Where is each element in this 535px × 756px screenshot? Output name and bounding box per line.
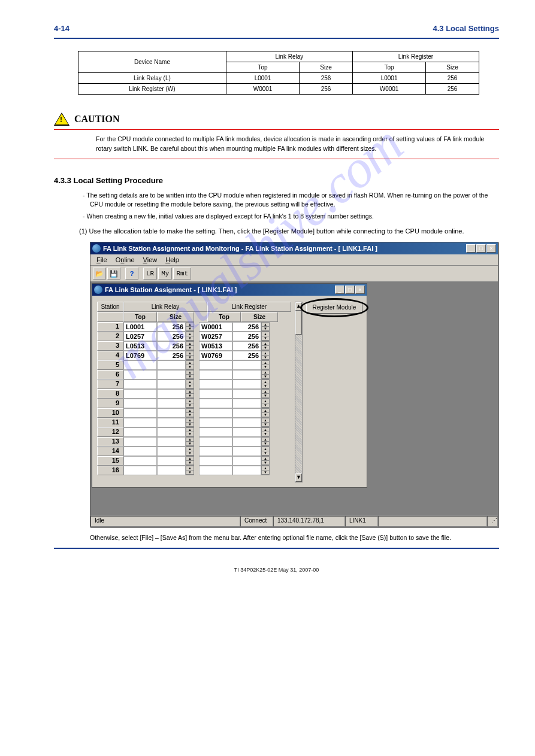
spin-control[interactable]: ▲▼ — [186, 427, 194, 437]
relay-top-input[interactable] — [123, 360, 157, 370]
register-size-input[interactable]: 256 — [232, 322, 261, 332]
relay-top-input[interactable]: L0513 — [123, 341, 157, 351]
register-top-input[interactable] — [199, 447, 232, 456]
register-size-input[interactable] — [232, 427, 261, 437]
relay-top-input[interactable] — [123, 379, 157, 389]
register-size-input[interactable] — [232, 447, 261, 456]
child-titlebar[interactable]: FA Link Station Assignment - [ LINK1.FAI… — [92, 284, 367, 296]
register-size-input[interactable] — [232, 456, 261, 466]
relay-top-input[interactable] — [123, 370, 157, 379]
relay-top-input[interactable] — [123, 427, 157, 437]
relay-top-input[interactable]: L0001 — [123, 322, 157, 332]
relay-size-input[interactable] — [157, 466, 186, 475]
register-size-input[interactable]: 256 — [232, 351, 261, 360]
relay-top-input[interactable] — [123, 399, 157, 408]
relay-size-input[interactable] — [157, 456, 186, 466]
register-top-input[interactable] — [199, 456, 232, 466]
relay-size-input[interactable] — [157, 399, 186, 408]
relay-size-input[interactable]: 256 — [157, 322, 186, 332]
register-size-input[interactable] — [232, 408, 261, 418]
spin-control[interactable]: ▲▼ — [261, 351, 270, 360]
register-size-input[interactable] — [232, 379, 261, 389]
relay-size-input[interactable] — [157, 427, 186, 437]
relay-top-input[interactable] — [123, 437, 157, 447]
spin-control[interactable]: ▲▼ — [261, 332, 270, 341]
register-top-input[interactable] — [199, 466, 232, 475]
spin-control[interactable]: ▲▼ — [186, 341, 194, 351]
menu-online[interactable]: Online — [112, 256, 138, 264]
spin-control[interactable]: ▲▼ — [186, 379, 194, 389]
spin-control[interactable]: ▲▼ — [261, 341, 270, 351]
spin-control[interactable]: ▲▼ — [261, 322, 270, 332]
menu-help[interactable]: Help — [162, 256, 183, 264]
spin-control[interactable]: ▲▼ — [261, 466, 270, 475]
spin-control[interactable]: ▲▼ — [186, 418, 194, 427]
register-top-input[interactable] — [199, 399, 232, 408]
spin-control[interactable]: ▲▼ — [261, 399, 270, 408]
register-size-input[interactable] — [232, 360, 261, 370]
spin-control[interactable]: ▲▼ — [186, 408, 194, 418]
register-top-input[interactable] — [199, 360, 232, 370]
register-size-input[interactable]: 256 — [232, 341, 261, 351]
register-size-input[interactable] — [232, 418, 261, 427]
minimize-button[interactable]: _ — [335, 286, 344, 294]
register-size-input[interactable] — [232, 399, 261, 408]
register-top-input[interactable]: W0001 — [199, 322, 232, 332]
register-size-input[interactable] — [232, 389, 261, 399]
lr-button[interactable]: LR — [143, 268, 157, 280]
spin-control[interactable]: ▲▼ — [261, 370, 270, 379]
relay-top-input[interactable] — [123, 389, 157, 399]
help-button[interactable]: ? — [125, 268, 138, 280]
relay-top-input[interactable] — [123, 447, 157, 456]
minimize-button[interactable]: _ — [466, 244, 476, 253]
relay-top-input[interactable] — [123, 408, 157, 418]
resize-grip-icon[interactable]: ⋰ — [487, 516, 498, 527]
register-size-input[interactable] — [232, 437, 261, 447]
close-button[interactable]: × — [355, 286, 365, 294]
spin-control[interactable]: ▲▼ — [261, 389, 270, 399]
spin-control[interactable]: ▲▼ — [186, 456, 194, 466]
relay-size-input[interactable] — [157, 389, 186, 399]
spin-control[interactable]: ▲▼ — [261, 418, 270, 427]
relay-size-input[interactable] — [157, 360, 186, 370]
register-top-input[interactable] — [199, 389, 232, 399]
spin-control[interactable]: ▲▼ — [186, 466, 194, 475]
register-top-input[interactable]: W0769 — [199, 351, 232, 360]
relay-size-input[interactable]: 256 — [157, 332, 186, 341]
register-size-input[interactable] — [232, 466, 261, 475]
register-top-input[interactable] — [199, 408, 232, 418]
register-top-input[interactable] — [199, 427, 232, 437]
close-button[interactable]: × — [486, 244, 496, 253]
spin-control[interactable]: ▲▼ — [261, 456, 270, 466]
relay-size-input[interactable]: 256 — [157, 341, 186, 351]
relay-top-input[interactable] — [123, 456, 157, 466]
relay-top-input[interactable] — [123, 466, 157, 475]
spin-control[interactable]: ▲▼ — [261, 408, 270, 418]
register-top-input[interactable] — [199, 370, 232, 379]
my-button[interactable]: My — [158, 268, 172, 280]
rmt-button[interactable]: Rmt — [173, 268, 191, 280]
spin-control[interactable]: ▲▼ — [186, 332, 194, 341]
relay-top-input[interactable] — [123, 418, 157, 427]
spin-control[interactable]: ▲▼ — [261, 427, 270, 437]
spin-control[interactable]: ▲▼ — [186, 370, 194, 379]
relay-size-input[interactable] — [157, 379, 186, 389]
spin-control[interactable]: ▲▼ — [261, 447, 270, 456]
menu-view[interactable]: View — [140, 256, 161, 264]
scroll-down-icon[interactable]: ▼ — [295, 473, 302, 482]
vertical-scrollbar[interactable]: ▲ ▼ — [295, 302, 303, 482]
save-button[interactable]: 💾 — [107, 268, 120, 280]
spin-control[interactable]: ▲▼ — [186, 389, 194, 399]
relay-size-input[interactable] — [157, 408, 186, 418]
spin-control[interactable]: ▲▼ — [186, 437, 194, 447]
scroll-thumb[interactable] — [295, 311, 302, 335]
relay-size-input[interactable] — [157, 418, 186, 427]
register-top-input[interactable]: W0513 — [199, 341, 232, 351]
spin-control[interactable]: ▲▼ — [261, 379, 270, 389]
spin-control[interactable]: ▲▼ — [186, 399, 194, 408]
register-top-input[interactable] — [199, 437, 232, 447]
relay-size-input[interactable] — [157, 437, 186, 447]
spin-control[interactable]: ▲▼ — [186, 447, 194, 456]
relay-size-input[interactable]: 256 — [157, 351, 186, 360]
open-button[interactable]: 📂 — [93, 268, 106, 280]
